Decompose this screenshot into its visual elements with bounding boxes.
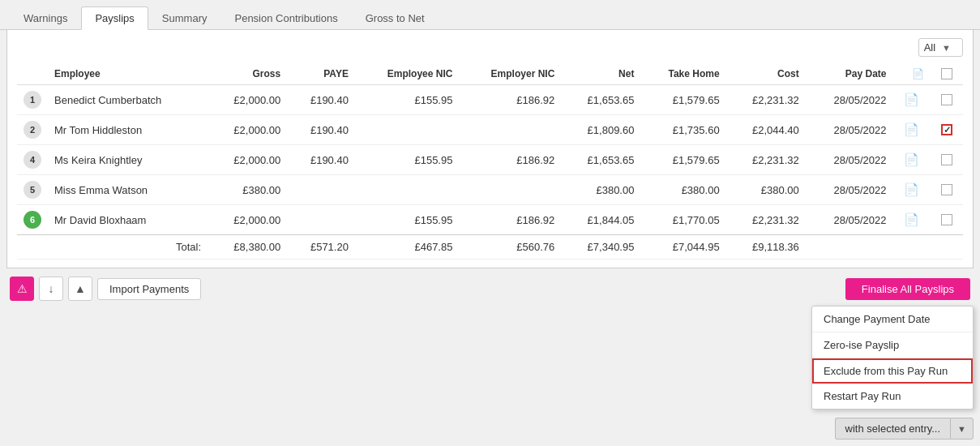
row-num-cell: 1 — [17, 85, 48, 115]
take-home-value: £1,579.65 — [640, 85, 725, 115]
net-value: £1,844.05 — [561, 205, 640, 235]
pay-date-value: 28/05/2022 — [806, 175, 893, 205]
row-number-badge: 1 — [24, 91, 41, 109]
row-number-badge: 2 — [24, 121, 41, 139]
paye-value — [287, 175, 355, 205]
pay-date-value: 28/05/2022 — [806, 85, 893, 115]
gross-value: £2,000.00 — [208, 145, 287, 175]
col-header-employee: Employee — [48, 63, 208, 85]
tab-gross-to-net[interactable]: Gross to Net — [352, 6, 439, 29]
pdf-download-icon[interactable]: 📄 — [904, 212, 919, 226]
context-menu-zero-ise-payslip[interactable]: Zero-ise Payslip — [812, 332, 973, 358]
cost-value: £2,231.32 — [726, 205, 806, 235]
employer-nic-value — [459, 175, 561, 205]
checkbox-cell — [931, 85, 963, 115]
col-header-paye: PAYE — [287, 63, 355, 85]
context-menu: Change Payment Date Zero-ise Payslip Exc… — [811, 306, 974, 410]
tab-pension-contributions[interactable]: Pension Contributions — [220, 6, 351, 29]
row-checkbox[interactable] — [941, 94, 952, 105]
net-value: £1,809.60 — [561, 115, 640, 145]
pdf-download-icon[interactable]: 📄 — [904, 122, 919, 136]
pdf-download-icon[interactable]: 📄 — [904, 92, 919, 106]
take-home-value: £380.00 — [640, 175, 725, 205]
net-value: £1,653.65 — [561, 85, 640, 115]
download-button[interactable]: ↓ — [39, 277, 63, 301]
row-number-badge: 5 — [24, 181, 41, 199]
pdf-icon-cell[interactable]: 📄 — [893, 175, 931, 205]
col-header-check — [931, 63, 963, 85]
tab-payslips[interactable]: Payslips — [81, 6, 148, 30]
tab-warnings[interactable]: Warnings — [10, 6, 81, 29]
with-selected-entry-dropdown[interactable]: ▼ — [950, 418, 974, 440]
filter-value: All — [924, 41, 935, 54]
gross-value: £2,000.00 — [208, 205, 287, 235]
pdf-download-icon[interactable]: 📄 — [904, 152, 919, 166]
context-menu-restart-pay-run[interactable]: Restart Pay Run — [812, 384, 973, 409]
row-checkbox[interactable] — [941, 184, 952, 195]
tab-summary[interactable]: Summary — [148, 6, 221, 29]
dropdown-arrow-button[interactable]: ▲ — [68, 277, 92, 301]
cost-value: £2,231.32 — [726, 145, 806, 175]
table-row: 6 Mr David Bloxhaam £2,000.00 £155.95 £1… — [17, 205, 963, 235]
row-checkbox[interactable] — [941, 214, 952, 225]
total-pay-date-empty — [806, 235, 893, 259]
paye-value: £190.40 — [287, 115, 355, 145]
employee-nic-value: £155.95 — [355, 85, 460, 115]
pay-date-value: 28/05/2022 — [806, 115, 893, 145]
pdf-icon-cell[interactable]: 📄 — [893, 145, 931, 175]
row-checkbox[interactable] — [941, 154, 952, 165]
payslips-table: Employee Gross PAYE Employee NIC Employe… — [17, 63, 963, 259]
paye-value: £190.40 — [287, 85, 355, 115]
finalise-all-payslips-button[interactable]: Finalise All Payslips — [845, 278, 970, 300]
main-container: Warnings Payslips Summary Pension Contri… — [0, 0, 980, 446]
gross-value: £2,000.00 — [208, 115, 287, 145]
filter-dropdown[interactable]: All ▼ — [918, 38, 963, 57]
pdf-icon-cell[interactable]: 📄 — [893, 115, 931, 145]
table-row: 2 Mr Tom Hiddleston £2,000.00 £190.40 £1… — [17, 115, 963, 145]
table-row: 1 Benedict Cumberbatch £2,000.00 £190.40… — [17, 85, 963, 115]
employee-nic-value: £155.95 — [355, 205, 460, 235]
take-home-value: £1,735.60 — [640, 115, 725, 145]
pdf-icon-cell[interactable]: 📄 — [893, 85, 931, 115]
row-num-cell: 6 — [17, 205, 48, 235]
col-header-cost: Cost — [726, 63, 806, 85]
row-number-badge-green: 6 — [24, 211, 41, 229]
employee-name: Benedict Cumberbatch — [48, 85, 208, 115]
take-home-value: £1,579.65 — [640, 145, 725, 175]
employee-name: Mr David Bloxhaam — [48, 205, 208, 235]
pdf-download-icon[interactable]: 📄 — [904, 182, 919, 196]
with-selected-entry-group: with selected entry... ▼ — [835, 418, 974, 440]
col-header-take-home: Take Home — [640, 63, 725, 85]
checkbox-cell — [931, 205, 963, 235]
total-employee-nic: £467.85 — [355, 235, 460, 259]
totals-row: Total: £8,380.00 £571.20 £467.85 £560.76… — [17, 235, 963, 259]
select-all-checkbox[interactable] — [941, 68, 952, 79]
total-employer-nic: £560.76 — [459, 235, 561, 259]
checkbox-cell: ✓ — [931, 115, 963, 145]
cost-value: £2,044.40 — [726, 115, 806, 145]
table-row: 4 Ms Keira Knightley £2,000.00 £190.40 £… — [17, 145, 963, 175]
tabs-bar: Warnings Payslips Summary Pension Contri… — [0, 0, 980, 30]
row-num-cell: 5 — [17, 175, 48, 205]
pdf-icon-cell[interactable]: 📄 — [893, 205, 931, 235]
employer-nic-value — [459, 115, 561, 145]
gross-value: £380.00 — [208, 175, 287, 205]
col-header-net: Net — [561, 63, 640, 85]
row-checkbox-checked[interactable]: ✓ — [941, 124, 952, 135]
import-payments-button[interactable]: Import Payments — [97, 278, 201, 300]
warning-icon-button[interactable]: ⚠ — [10, 277, 34, 301]
gross-value: £2,000.00 — [208, 85, 287, 115]
row-number-badge: 4 — [24, 151, 41, 169]
pay-date-value: 28/05/2022 — [806, 205, 893, 235]
row-num-cell: 2 — [17, 115, 48, 145]
cost-value: £380.00 — [726, 175, 806, 205]
context-menu-exclude-pay-run[interactable]: Exclude from this Pay Run — [812, 358, 973, 384]
table-row: 5 Miss Emma Watson £380.00 £380.00 £380.… — [17, 175, 963, 205]
checkbox-cell — [931, 175, 963, 205]
employee-name: Mr Tom Hiddleston — [48, 115, 208, 145]
with-selected-entry-button[interactable]: with selected entry... — [835, 418, 951, 440]
context-menu-change-payment-date[interactable]: Change Payment Date — [812, 307, 973, 332]
net-value: £380.00 — [561, 175, 640, 205]
total-paye: £571.20 — [287, 235, 355, 259]
paye-value — [287, 205, 355, 235]
